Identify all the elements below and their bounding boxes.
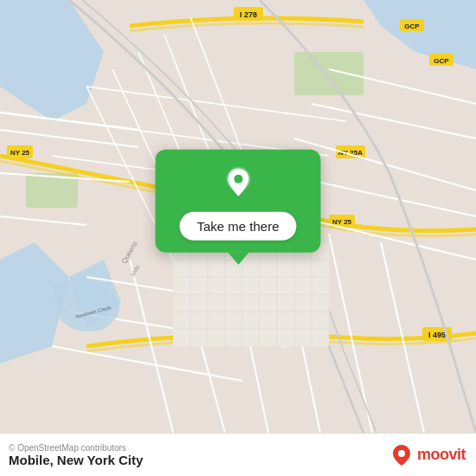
moovit-logo: moovit xyxy=(389,443,466,467)
popup-overlay: Take me there xyxy=(155,150,320,265)
take-me-there-button[interactable]: Take me there xyxy=(179,212,296,241)
svg-text:I 278: I 278 xyxy=(240,10,257,19)
footer-attribution: © OpenStreetMap contributors xyxy=(9,443,143,453)
footer-left: © OpenStreetMap contributors Mobile, New… xyxy=(9,443,143,467)
moovit-brand-text: moovit xyxy=(417,446,466,464)
svg-text:GCP: GCP xyxy=(434,57,449,65)
popup-tail xyxy=(228,253,248,265)
svg-text:GCP: GCP xyxy=(404,23,420,30)
svg-text:NY 25: NY 25 xyxy=(332,218,352,226)
popup-card: Take me there xyxy=(155,150,320,253)
footer-title: Mobile, New York City xyxy=(9,453,143,467)
map-container: I 278 NY 25 NY 25 NY 25 NY 25A I 495 I 4… xyxy=(0,0,476,433)
svg-text:NY 25: NY 25 xyxy=(10,149,30,157)
location-pin-icon xyxy=(219,164,257,202)
svg-rect-6 xyxy=(294,52,363,95)
svg-point-69 xyxy=(234,175,242,183)
moovit-brand-icon xyxy=(389,443,414,467)
svg-text:I 495: I 495 xyxy=(428,331,446,339)
footer: © OpenStreetMap contributors Mobile, New… xyxy=(0,433,476,476)
svg-point-70 xyxy=(398,450,405,457)
